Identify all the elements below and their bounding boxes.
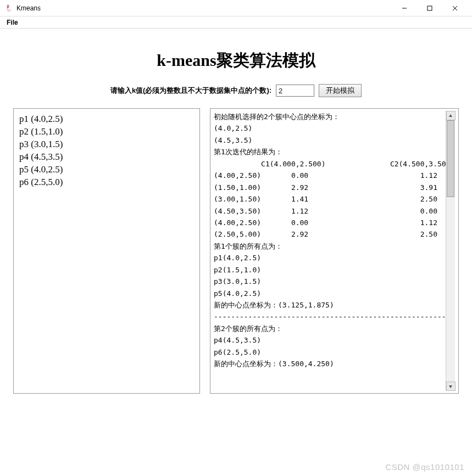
list-item: p1 (4.0,2.5) <box>19 114 194 125</box>
maximize-button[interactable] <box>417 0 442 16</box>
minimize-button[interactable] <box>392 0 417 16</box>
list-item: p2 (1.5,1.0) <box>19 126 194 137</box>
window-title: Kmeans <box>16 4 41 12</box>
menu-file[interactable]: File <box>3 18 21 27</box>
scroll-thumb[interactable] <box>447 120 454 197</box>
list-item: p3 (3.0,1.5) <box>19 139 194 150</box>
list-item: p5 (4.0,2.5) <box>19 164 194 175</box>
scroll-up-icon[interactable] <box>446 111 456 120</box>
menubar: File <box>0 16 472 29</box>
page-title: k-means聚类算法模拟 <box>13 49 459 72</box>
k-input-label: 请输入k值(必须为整数且不大于数据集中点的个数): <box>110 86 271 96</box>
watermark: CSDN @qs1010101 <box>385 462 464 472</box>
java-app-icon <box>4 4 13 13</box>
titlebar: Kmeans <box>0 0 472 16</box>
list-item: p6 (2.5,5.0) <box>19 177 194 188</box>
k-input[interactable] <box>276 85 314 97</box>
points-panel: p1 (4.0,2.5) p2 (1.5,1.0) p3 (3.0,1.5) p… <box>13 108 200 394</box>
start-button[interactable]: 开始模拟 <box>319 84 362 97</box>
output-panel: 初始随机选择的2个簇中心点的坐标为： (4.0,2.5) (4.5,3.5) 第… <box>210 108 459 394</box>
scroll-track[interactable] <box>446 120 455 382</box>
output-text: 初始随机选择的2个簇中心点的坐标为： (4.0,2.5) (4.5,3.5) 第… <box>214 111 446 391</box>
list-item: p4 (4.5,3.5) <box>19 152 194 163</box>
output-scrollbar[interactable] <box>446 111 455 391</box>
close-button[interactable] <box>442 0 468 16</box>
scroll-down-icon[interactable] <box>446 382 456 391</box>
svg-rect-1 <box>427 6 432 10</box>
svg-marker-4 <box>449 114 452 117</box>
svg-marker-5 <box>449 385 452 388</box>
input-row: 请输入k值(必须为整数且不大于数据集中点的个数): 开始模拟 <box>13 84 459 97</box>
